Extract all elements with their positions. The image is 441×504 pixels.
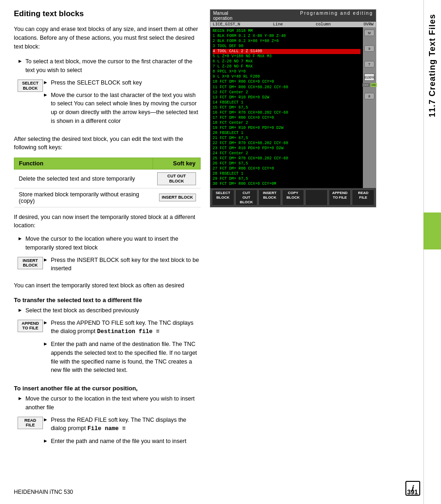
append-key-col: APPEND TO FILE (18, 319, 43, 333)
side-tab: 11.7 Creating Text Files (423, 0, 441, 504)
softkey-select-block[interactable]: SELECTBLOCK (212, 189, 234, 206)
bullet-transfer-step1: ► Select the text block as described pre… (14, 306, 201, 315)
softkey-read-file[interactable]: READFILE (352, 189, 374, 206)
screen-code-line: 22 FCT DM+ R70 CCX+60.202 CCY-60 (213, 141, 361, 146)
screen-btn-2[interactable]: 9 (364, 45, 374, 52)
bullet-arrow-10: ► (43, 417, 48, 422)
append-to-file-key[interactable]: APPEND TO FILE (18, 320, 43, 333)
read-file-key[interactable]: READ FILE (18, 417, 43, 430)
function-table: Function Soft key Delete the selected te… (14, 158, 201, 207)
screen-code-line: 28 FBSELECT 1 (213, 171, 361, 176)
key-readfile-row: READ FILE ► Press the READ FILE soft key… (14, 416, 201, 449)
softkey-insert-block[interactable]: INSERTBLOCK (258, 189, 281, 206)
key-select-block-row: SELECT BLOCK ► Press the SELECT BLOCK so… (14, 79, 201, 129)
screen-code-line: 17 FCT DM+ R00 CCX+0 CCY+0 (213, 115, 361, 121)
key-append-row: APPEND TO FILE ► Press the APPEND TO FIL… (14, 319, 201, 379)
screen-code-line: 4 TOOL CALL 2 Z S1400 (213, 49, 361, 54)
bullet-arrow-11: ► (43, 438, 48, 443)
screen-btn-3[interactable]: T (364, 61, 374, 67)
table-cell-func-1: Delete the selected text and store tempo… (14, 170, 153, 188)
insert-step1-text: Move the cursor to the location where yo… (25, 235, 201, 252)
screen-btn-1[interactable]: M (364, 30, 374, 36)
insert-note-text: You can insert the temporarily stored te… (14, 281, 201, 290)
insert-block-content: ► Press the INSERT BLOCK soft key for th… (43, 256, 201, 277)
screen-code-line: 2 BLK FORM 0.2 X+80 Y+80 Z+0 (213, 39, 361, 44)
insert-block-key-col: INSERT BLOCK (18, 256, 43, 270)
softkey-append-to-file[interactable]: APPENDTO FILE (329, 189, 351, 206)
screen-code-line: 14 FBSELECT 1 (213, 100, 361, 105)
insert-block-key-2[interactable]: INSERT BLOCK (18, 257, 43, 270)
screen-code-line: 10 FCT DM+ R00 CCX+0 CCY+0 (213, 79, 361, 85)
screen-header-center: Programming and editing (300, 11, 373, 21)
bullet-arrow-1: ► (18, 58, 23, 64)
screen-code-line: 29 FCT DM+ 67,5 (213, 176, 361, 182)
sidebar-label: 11.7 Creating Text Files (428, 14, 437, 117)
table-cell-key-2: INSERT BLOCK (153, 188, 200, 207)
append-action-text: Press the APPEND TO FILE soft key. The T… (51, 319, 201, 337)
screen-code-line: 19 FCT DM+ R10 PDX+0 PDY+0 D2W (213, 126, 361, 131)
bullet-select-cursor: ► Move the cursor to the last character … (43, 91, 201, 126)
table-row: Delete the selected text and store tempo… (14, 170, 201, 188)
screen-header-left: Manual operation (213, 11, 233, 21)
screen-code-line: 23 FCT DM+ R10 PDX+0 PDY+0 D2W (213, 146, 361, 151)
bullet-arrow-9: ► (18, 395, 23, 401)
screen-code-line: 24 FCT Center 2 (213, 151, 361, 156)
softkey-empty (305, 189, 328, 206)
screen-col2: column (316, 22, 331, 27)
screen-code-line: BEGIN PGM 3518 MM (213, 29, 361, 34)
bullet-arrow-6: ► (18, 307, 23, 313)
screen-panel: Manual operation Programming and editing… (210, 9, 392, 452)
bullet-insert-step1: ► Move the cursor to the location where … (14, 235, 201, 252)
select-action-text: Press the SELECT BLOCK soft key (51, 79, 142, 87)
on-label[interactable]: ON (371, 83, 377, 87)
bullet-arrow-8: ► (43, 341, 48, 346)
key-insert-block-row: INSERT BLOCK ► Press the INSERT BLOCK so… (14, 256, 201, 277)
screen-code-line: 18 FCT Center 2 (213, 121, 361, 126)
select-block-key-col: SELECT BLOCK (18, 79, 43, 92)
insert-block-key[interactable]: INSERT BLOCK (159, 194, 196, 201)
softkey-copy-block[interactable]: COPYBLOCK (282, 189, 305, 206)
screen-code-line: 27 FCT DM+ R00 CCX+0 CCY+0 (213, 166, 361, 171)
footer-brand: HEIDENHAIN iTNC 530 (14, 489, 73, 495)
screen-code-line: 5 L Z+0 V+180 NO F MAX M3 (213, 54, 361, 59)
table-header-softkey: Soft key (153, 158, 200, 170)
select-cursor-text: Move the cursor to the last character of… (51, 91, 201, 126)
screen-percent: 8100% (364, 76, 374, 79)
screen-code-line: 13 FCT DM+ R10 PDX+0 D2W (213, 95, 361, 100)
screen-code-line: 3 TOOL DEF 90 (213, 44, 361, 49)
screen-code-line: 26 FCT DM+ 67,5 (213, 161, 361, 166)
screen-code-line: 21 FCT DM+ 67,5 (213, 136, 361, 141)
readfile-action-text: Press the READ FILE soft key. The TNC di… (51, 416, 201, 434)
cut-out-block-key[interactable]: CUT OUT BLOCK (157, 172, 196, 185)
screen-code-line: 15 FCT DM+ 67,5 (213, 105, 361, 110)
if-desired-text: If desired, you can now insert the tempo… (14, 213, 201, 231)
screen-code-line: 16 FCT DM+ R70 CCX+60.202 CCY-60 (213, 110, 361, 115)
screen-col1: Line (273, 22, 283, 27)
readfile-key-col: READ FILE (18, 416, 43, 430)
info-icon: i (405, 481, 420, 496)
screen-code-line: 30 FCT DM+ R00 CCX+0 CCY+0M (213, 182, 361, 187)
screen-code-line: 8 FPCL X+0 V+0 (213, 69, 361, 74)
append-content: ► Press the APPEND TO FILE soft key. The… (43, 319, 201, 379)
off-label[interactable]: OFF (362, 83, 370, 87)
bullet-select-text: To select a text block, move the cursor … (25, 57, 201, 75)
bullet-select-action: ► Press the SELECT BLOCK soft key (43, 79, 201, 87)
screen-code-line: 25 FCT DM+ R70 CCX+60.202 CCY-60 (213, 156, 361, 161)
bullet-arrow-2: ► (43, 79, 48, 85)
bullet-readfile-step1: ► Move the cursor to the location in the… (14, 395, 201, 412)
readfile-content: ► Press the READ FILE soft key. The TNC … (43, 416, 201, 449)
table-cell-func-2: Store marked block temporarily without e… (14, 188, 153, 207)
footer: HEIDENHAIN iTNC 530 391 (14, 488, 418, 496)
screen-btn-4[interactable]: 8 (364, 93, 374, 99)
screen-status: LICE_GIST_N (213, 22, 240, 27)
bullet-append-detail: ► Enter the path and name of the destina… (43, 340, 201, 375)
bullet-readfile-detail: ► Enter the path and name of the file yo… (43, 437, 201, 446)
page-title: Editing text blocks (14, 9, 201, 18)
softkey-cut-out[interactable]: CUTOUTBLOCK (235, 189, 258, 206)
select-block-actions: ► Press the SELECT BLOCK soft key ► Move… (43, 79, 201, 129)
table-header-function: Function (14, 158, 153, 170)
screen-code-line: 12 FCT Center 2 (213, 90, 361, 95)
after-select-text: After selecting the desired text block, … (14, 135, 201, 152)
transfer-step1-text: Select the text block as described previ… (25, 306, 139, 315)
select-block-key[interactable]: SELECT BLOCK (18, 79, 43, 92)
